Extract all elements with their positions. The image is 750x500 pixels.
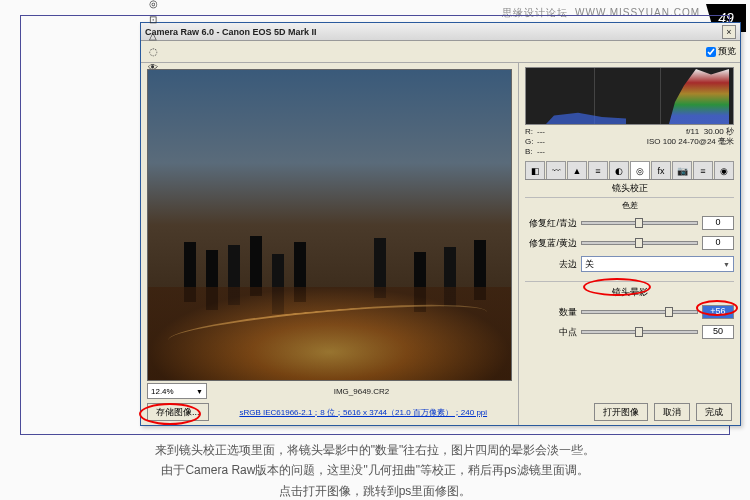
midpoint-slider[interactable] [581, 330, 698, 334]
tab-cal-icon[interactable]: 📷 [672, 161, 692, 179]
defringe-label: 去边 [525, 258, 577, 271]
tab-strip: ◧〰▲≡◐◎fx📷≡◉ [525, 161, 734, 180]
dialog-buttons: 打开图像 取消 完成 [525, 399, 734, 421]
filename-label: IMG_9649.CR2 [211, 387, 512, 396]
amount-value[interactable]: +56 [702, 305, 734, 319]
side-panel: R:--- f/11 30.00 秒 G:--- ISO 100 24-70@2… [518, 63, 740, 425]
sampler-icon[interactable]: ◎ [145, 0, 161, 12]
tab-lens-icon[interactable]: ◎ [630, 161, 650, 179]
straighten-icon[interactable]: △ [145, 28, 161, 44]
image-preview[interactable] [147, 69, 512, 381]
tab-preset-icon[interactable]: ≡ [693, 161, 713, 179]
blue-yellow-label: 修复蓝/黄边 [525, 237, 577, 250]
chroma-header: 色差 [525, 198, 734, 213]
tab-detail-icon[interactable]: ▲ [567, 161, 587, 179]
outer-frame: Camera Raw 6.0 - Canon EOS 5D Mark II × … [20, 15, 730, 435]
zoom-selector[interactable]: 12.4% [147, 383, 207, 399]
crop-icon[interactable]: ⊡ [145, 12, 161, 28]
tab-curve-icon[interactable]: 〰 [546, 161, 566, 179]
midpoint-value[interactable]: 50 [702, 325, 734, 339]
preview-checkbox[interactable] [706, 47, 716, 57]
titlebar: Camera Raw 6.0 - Canon EOS 5D Mark II × [141, 23, 740, 41]
metadata-link[interactable]: sRGB IEC61966-2.1；8 位；5616 x 3744（21.0 百… [215, 407, 512, 418]
defringe-select[interactable]: 关 [581, 256, 734, 272]
save-image-button[interactable]: 存储图像... [147, 403, 209, 421]
blue-yellow-value[interactable]: 0 [702, 236, 734, 250]
tab-fx-icon[interactable]: fx [651, 161, 671, 179]
toolbar: 🔍✋✎◎⊡△◌👁≡◧↶↷⚙ 预览 [141, 41, 740, 63]
image-pane: 12.4% IMG_9649.CR2 存储图像... sRGB IEC61966… [141, 63, 518, 425]
preview-toggle: 预览 [706, 45, 736, 58]
red-cyan-value[interactable]: 0 [702, 216, 734, 230]
blue-yellow-slider[interactable] [581, 241, 698, 245]
done-button[interactable]: 完成 [696, 403, 732, 421]
histogram [525, 67, 734, 125]
red-cyan-label: 修复红/青边 [525, 217, 577, 230]
red-cyan-slider[interactable] [581, 221, 698, 225]
close-button[interactable]: × [722, 25, 736, 39]
caption-text: 来到镜头校正选项里面，将镜头晕影中的"数量"往右拉，图片四周的晕影会淡一些。 由… [0, 440, 750, 500]
tab-split-icon[interactable]: ◐ [609, 161, 629, 179]
vignette-header: 镜头晕影 [525, 286, 734, 299]
cancel-button[interactable]: 取消 [654, 403, 690, 421]
tab-snapshot-icon[interactable]: ◉ [714, 161, 734, 179]
midpoint-label: 中点 [525, 326, 577, 339]
camera-raw-dialog: Camera Raw 6.0 - Canon EOS 5D Mark II × … [140, 22, 741, 426]
spot-icon[interactable]: ◌ [145, 44, 161, 60]
amount-label: 数量 [525, 306, 577, 319]
amount-slider[interactable] [581, 310, 698, 314]
panel-title: 镜头校正 [525, 180, 734, 198]
open-image-button[interactable]: 打开图像 [594, 403, 648, 421]
exif-readout: R:--- f/11 30.00 秒 G:--- ISO 100 24-70@2… [525, 125, 734, 159]
window-title: Camera Raw 6.0 - Canon EOS 5D Mark II [145, 27, 722, 37]
tab-basic-icon[interactable]: ◧ [525, 161, 545, 179]
tab-hsl-icon[interactable]: ≡ [588, 161, 608, 179]
